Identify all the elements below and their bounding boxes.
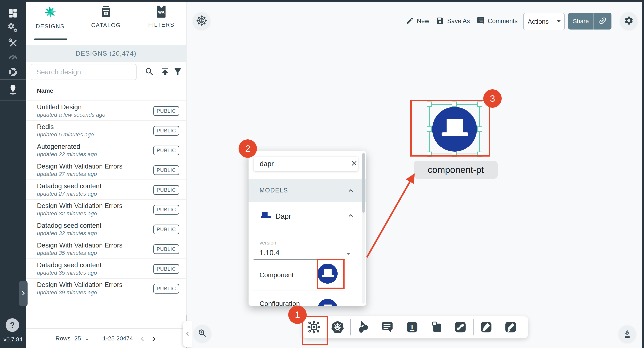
share-split-button[interactable]: Share [568,13,612,29]
kubernetes-tool-button[interactable] [330,320,345,335]
filters-wa-icon: WA [156,5,166,18]
column-header-name: Name [37,87,53,94]
upload-design-icon[interactable] [160,67,170,77]
configuration-item-row[interactable]: Configuration [248,293,366,306]
actions-split-button[interactable]: Actions [523,13,565,30]
design-list-item[interactable]: Design With Validation Errors updated 35… [26,239,186,259]
design-name: Datadog seed content [37,222,102,229]
toolbox-icon [8,38,18,49]
panel-header: DESIGNS (20,474) [26,45,186,62]
kubernetes-icon [330,320,344,335]
left-sidebar: ? v0.7.84 [0,1,26,348]
actions-dropdown-button[interactable] [553,13,564,30]
models-section-header[interactable]: MODELS [248,179,366,202]
search-icon[interactable] [144,67,155,77]
dapr-configuration-icon[interactable] [318,299,338,306]
svg-text:T: T [410,323,414,331]
design-visibility-badge: PUBLIC [153,106,179,116]
design-name: Design With Validation Errors [37,242,122,249]
popup-scrollbar-thumb[interactable] [362,153,365,213]
sidebar-item-extensions[interactable] [0,64,26,81]
comments-button[interactable]: Comments [476,13,518,29]
tab-catalog[interactable]: CATALOG [87,5,125,41]
design-name: Datadog seed content [37,261,102,269]
performance-gauge-icon [8,52,18,63]
chevron-up-icon [346,186,355,196]
link-icon [598,16,607,26]
pen-nib-icon [622,328,632,340]
design-list-item[interactable]: Redis updated 5 minutes ago PUBLIC [26,121,186,140]
designs-panel: DESIGNS CATALOG WA FILTERS DESIGNS (20,4… [26,1,186,348]
draw-arrow-tool-button[interactable] [479,320,494,335]
filter-funnel-icon[interactable] [173,67,183,77]
design-list-item[interactable]: Design With Validation Errors updated 32… [26,200,186,219]
clear-x-icon[interactable] [350,159,358,168]
toolbar-divider [473,319,474,336]
caret-down-icon[interactable] [83,336,92,345]
design-list-item[interactable]: Untitled Design updated a few seconds ag… [26,101,186,121]
settings-button[interactable] [620,12,638,29]
version-select-value[interactable]: 1.10.4 [260,249,280,257]
dashboard-icon [8,8,18,19]
chevron-left-icon[interactable] [138,334,147,344]
new-button[interactable]: New [406,13,429,29]
panel-collapse-handle[interactable] [183,321,192,348]
chevron-right-icon[interactable] [149,334,158,344]
question-mark-icon: ? [10,321,15,330]
zoom-button[interactable] [194,325,211,342]
version-label: version [260,240,276,246]
panel-expand-handle[interactable] [19,281,28,306]
zoom-in-icon [198,328,208,339]
design-list-item[interactable]: Design With Validation Errors updated 39… [26,279,186,298]
design-updated-time: updated 27 minutes ago [37,191,97,197]
divider [254,291,345,291]
design-list-item[interactable]: Autogenerated updated 22 minutes ago PUB… [26,140,186,160]
shapes-tool-button[interactable] [356,320,370,335]
model-row-dapr[interactable]: Dapr [248,202,366,230]
tab-filters[interactable]: WA FILTERS [142,5,180,41]
sidebar-item-kanvas[interactable] [0,81,26,98]
page-size-select[interactable]: 25 [74,335,81,342]
node-label[interactable]: component-pt [414,161,498,179]
model-name: Dapr [276,212,291,221]
freehand-draw-tool-button[interactable] [503,320,518,335]
design-canvas[interactable]: New Save As Comments Actions Share [186,1,642,348]
actions-button[interactable]: Actions [524,13,553,30]
design-list-item[interactable]: Datadog seed content updated 32 minutes … [26,219,186,239]
pen-arrow-icon [480,321,492,334]
caret-down-icon [554,17,563,26]
model-search-box[interactable] [254,156,358,171]
settings-gears-icon [8,22,18,34]
design-updated-time: updated 32 minutes ago [37,230,97,237]
relationship-tool-button[interactable] [453,320,468,335]
text-tool-button[interactable]: T [405,320,420,335]
caret-down-icon[interactable] [344,250,352,259]
design-list-item[interactable]: Design With Validation Errors updated 27… [26,160,186,180]
component-item-row[interactable]: Component [248,262,366,291]
tab-catalog-label: CATALOG [91,22,121,28]
search-design-input[interactable] [31,64,136,80]
environment-button[interactable] [193,12,210,29]
share-button[interactable]: Share [568,13,594,29]
design-visibility-badge: PUBLIC [153,165,179,175]
design-visibility-badge: PUBLIC [153,244,179,254]
copy-link-button[interactable] [594,13,612,29]
save-as-button[interactable]: Save As [436,13,470,29]
note-tool-button[interactable] [380,320,395,335]
design-list-item[interactable]: Datadog seed content updated 35 minutes … [26,259,186,279]
design-list-item[interactable]: Datadog seed content updated 27 minutes … [26,180,186,200]
design-name: Redis [37,123,54,131]
save-as-label: Save As [447,17,470,25]
sticky-rect-tool-button[interactable] [429,320,444,335]
help-button[interactable]: ? [6,318,19,332]
dapr-hat-icon [260,211,272,220]
model-search-input[interactable] [254,160,350,168]
annotation-pen-button[interactable] [619,326,636,343]
catalog-archive-icon [100,5,112,18]
tab-filters-label: FILTERS [148,21,174,28]
sidebar-item-performance[interactable] [0,49,26,66]
models-section-label: MODELS [260,187,288,194]
pencil-doodle-icon [504,321,517,334]
tab-designs[interactable]: DESIGNS [31,5,69,41]
design-updated-time: updated 39 minutes ago [37,289,97,296]
